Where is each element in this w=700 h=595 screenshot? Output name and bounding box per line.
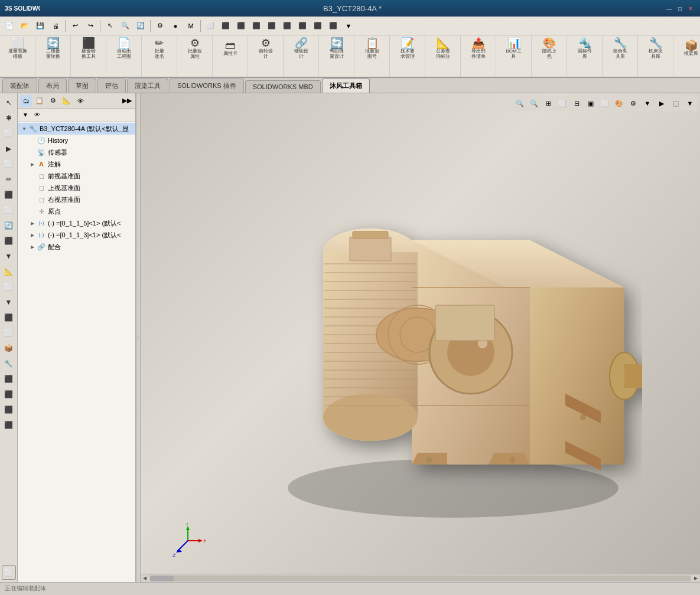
undo-button[interactable]: ↩: [68, 19, 82, 33]
tree-tab-feature[interactable]: 🗂: [20, 95, 32, 107]
left-btn-10[interactable]: ⬛: [2, 234, 16, 248]
tree-component1-item[interactable]: ▶ (-) (-) =[0_1_1_5]<1> (默认<: [18, 217, 135, 229]
tree-filter-button[interactable]: ▼: [20, 110, 31, 120]
batch-add-fig-button[interactable]: 📋 批量加图号: [362, 38, 383, 59]
left-btn-8[interactable]: ⬜: [2, 203, 16, 217]
tree-tab-dmbwizard[interactable]: 📐: [61, 95, 73, 107]
left-btn-4[interactable]: ▶: [2, 142, 16, 156]
tree-annotations-item[interactable]: ▶ A 注解: [18, 158, 135, 170]
random-color-button[interactable]: 🎨 随机上色: [539, 38, 560, 59]
spring-design-button[interactable]: 🔄 弯曲弹簧设计: [326, 38, 347, 59]
tree-component2-item[interactable]: ▶ (-) (-) =[0_1_1_3]<1> (默认<: [18, 229, 135, 241]
left-btn-12[interactable]: 📐: [2, 264, 16, 279]
left-btn-7[interactable]: ⬛: [2, 188, 16, 202]
tree-expand-button[interactable]: ▶▶: [121, 95, 133, 107]
zoom-to-fit-button[interactable]: 🔍: [118, 19, 132, 33]
save-button[interactable]: 💾: [33, 19, 47, 33]
tree-hide-button[interactable]: 👁: [32, 110, 43, 120]
tab-render[interactable]: 渲染工具: [127, 79, 168, 93]
open-button[interactable]: 📂: [18, 19, 32, 33]
standard-parts-button[interactable]: 🔩 国标件库: [574, 38, 595, 59]
rotate-button[interactable]: 🔄: [134, 19, 148, 33]
tree-tab-config[interactable]: ⚙: [47, 95, 59, 107]
toolbar3-btn6[interactable]: ⬛: [249, 19, 263, 33]
combo-fixture-button[interactable]: 🔧 组合夹具库: [610, 38, 631, 59]
tab-evaluate[interactable]: 评估: [97, 79, 126, 93]
tree-front-plane-item[interactable]: ◻ 前视基准面: [18, 170, 135, 182]
maximize-button[interactable]: □: [675, 4, 685, 13]
toolbar3-btn10[interactable]: ⬛: [311, 19, 325, 33]
sheet-metal-convert-button[interactable]: ⬛ 板金转换工具: [78, 38, 99, 59]
mold-frame-button[interactable]: 📦 模架库: [681, 38, 701, 59]
toolbar3-btn1[interactable]: ●: [168, 19, 183, 33]
tolerance-query-button[interactable]: 📐 公差查询标注: [432, 38, 454, 59]
machine-fixture-button[interactable]: 🔧 机床夹具库: [645, 38, 666, 59]
left-btn-18[interactable]: 🔧: [2, 357, 16, 371]
redo-button[interactable]: ↪: [83, 19, 97, 33]
tree-mates-item[interactable]: ▶ 🔗 配合: [18, 241, 135, 253]
batch-rename-button[interactable]: ✏ 批量改名: [149, 38, 170, 59]
scroll-track[interactable]: [150, 576, 691, 581]
tab-layout[interactable]: 布局: [38, 79, 67, 93]
left-btn-17[interactable]: 📦: [2, 341, 16, 355]
tree-history-item[interactable]: 🕐 History: [18, 135, 135, 146]
toolbar3-btn11[interactable]: ⬛: [326, 19, 340, 33]
tree-root-item[interactable]: ▼ 🔧 B3_YCT280-4A (默认<默认_显: [18, 123, 135, 135]
tree-sensors-item[interactable]: 📡 传感器: [18, 146, 135, 158]
panel-splitter[interactable]: ⋮: [136, 93, 141, 582]
left-btn-19[interactable]: ⬛: [2, 372, 16, 386]
tree-tab-property[interactable]: 📋: [34, 95, 45, 107]
new-button[interactable]: 📄: [2, 19, 17, 33]
sprocket-design-button[interactable]: 🔗 链轮设计: [291, 38, 312, 59]
close-button[interactable]: ✕: [686, 4, 695, 13]
tab-sketch[interactable]: 草图: [68, 79, 96, 93]
tree-origin-item[interactable]: ✛ 原点: [18, 205, 135, 217]
scroll-thumb[interactable]: [150, 576, 174, 581]
toolbar3-btn12[interactable]: ▼: [341, 19, 356, 33]
left-btn-14[interactable]: ▼: [2, 295, 16, 309]
tab-solidworks-plugins[interactable]: SOLIDWORKS 插件: [170, 79, 244, 93]
left-btn-23[interactable]: ⬜: [2, 565, 16, 580]
tab-mufeng-toolbox[interactable]: 沐风工具箱: [322, 79, 370, 93]
toolbar3-btn7[interactable]: ⬛: [265, 19, 279, 33]
toolbar3-btn3[interactable]: ⬜: [203, 19, 217, 33]
left-btn-5[interactable]: ⬜: [2, 157, 16, 171]
toolbar3-btn5[interactable]: ⬛: [234, 19, 248, 33]
toolbar3-btn2[interactable]: M: [184, 19, 198, 33]
tab-assembly[interactable]: 装配体: [2, 79, 37, 93]
minimize-button[interactable]: —: [665, 4, 674, 13]
toolbar3-btn8[interactable]: ⬛: [280, 19, 294, 33]
scroll-left-button[interactable]: ◀: [141, 574, 149, 583]
left-btn-6[interactable]: ✏: [2, 172, 16, 187]
tab-solidworks-mbd[interactable]: SOLIDWORKS MBD: [245, 80, 321, 93]
options-button[interactable]: ⚙: [153, 19, 167, 33]
property-card-button[interactable]: 🗃 属性卡: [220, 38, 241, 59]
bom-tool-button[interactable]: 📊 BOM工具: [503, 38, 525, 59]
tech-requirements-button[interactable]: 📝 技术要求管理: [397, 38, 418, 59]
left-btn-21[interactable]: ⬛: [2, 403, 16, 417]
tree-top-plane-item[interactable]: ◻ 上视基准面: [18, 182, 135, 194]
left-btn-11[interactable]: ▼: [2, 249, 16, 263]
print-button[interactable]: 🖨: [48, 19, 63, 33]
2d-batch-convert-button[interactable]: 🔄 二维批量转换: [43, 38, 64, 59]
left-btn-2[interactable]: ✱: [2, 111, 16, 125]
left-btn-20[interactable]: ⬛: [2, 387, 16, 401]
left-btn-3[interactable]: ⬜: [2, 126, 16, 140]
left-btn-15[interactable]: ⬛: [2, 310, 16, 325]
left-btn-16[interactable]: ⬜: [2, 326, 16, 340]
left-btn-22[interactable]: ⬛: [2, 418, 16, 432]
auto-drawing-button[interactable]: 📄 自动出工程图: [113, 38, 135, 59]
3d-viewport[interactable]: 🔍 🔍 ⊞ ⬜ ⊟ ▣ ⬜ 🎨 ⚙ ▼ ▶ ⬚ ▼: [141, 93, 700, 582]
toolbar3-btn4[interactable]: ⬛: [219, 19, 233, 33]
left-btn-9[interactable]: 🔄: [2, 218, 16, 233]
left-btn-1[interactable]: ↖: [2, 96, 16, 110]
toolbar3-btn9[interactable]: ⬛: [295, 19, 310, 33]
batch-properties-button[interactable]: ⚙ 批量改属性: [184, 38, 206, 59]
export-parts-button[interactable]: 📤 导出部件清单: [468, 38, 489, 59]
scroll-right-button[interactable]: ▶: [692, 574, 700, 583]
select-button[interactable]: ↖: [103, 19, 117, 33]
batch-replace-template-button[interactable]: ⬜ 批量替换模板: [7, 38, 28, 59]
tree-right-plane-item[interactable]: ◻ 右视基准面: [18, 194, 135, 205]
left-btn-13[interactable]: ⬜: [2, 280, 16, 294]
gear-design-button[interactable]: ⚙ 齿轮设计: [255, 38, 276, 59]
